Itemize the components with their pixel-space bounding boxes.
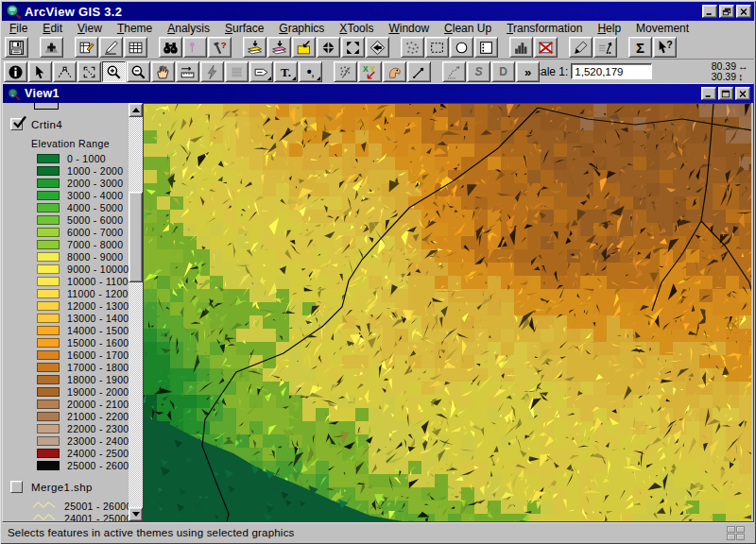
clear-selection-button[interactable]: [425, 37, 449, 58]
zoom-selected-button[interactable]: [292, 37, 316, 58]
map-canvas[interactable]: [143, 103, 751, 521]
pointer-button[interactable]: [28, 61, 52, 82]
zoom-out-extent-button[interactable]: [341, 37, 365, 58]
legend-class-row: 8000 - 9000: [37, 250, 123, 263]
spray-button[interactable]: [334, 61, 357, 82]
identify-icon: [8, 64, 24, 80]
letter-s-icon: S: [471, 64, 487, 80]
zoom-full-extent-button[interactable]: [243, 37, 266, 58]
menu-clean-up[interactable]: Clean Up: [437, 21, 499, 36]
zoom-active-theme-icon: [271, 40, 287, 56]
zoom-active-theme-button[interactable]: [267, 37, 291, 58]
menu-help[interactable]: Help: [590, 21, 628, 36]
curve-dots-button[interactable]: [442, 61, 466, 82]
menu-view[interactable]: View: [70, 21, 110, 36]
vertex-edit-button[interactable]: [53, 61, 77, 82]
menu-graphics[interactable]: Graphics: [271, 21, 332, 36]
view-maximize-button[interactable]: [718, 87, 733, 100]
zoom-in-tool-button[interactable]: [102, 61, 126, 82]
pan-icon: [155, 64, 171, 80]
open-table-icon: [128, 40, 144, 56]
status-bar: Selects features in active themes using …: [2, 522, 754, 542]
legend-swatch: [37, 228, 60, 237]
area-pattern-button[interactable]: [225, 61, 249, 82]
chevrons-button[interactable]: »: [516, 61, 540, 82]
histogram-button[interactable]: [509, 37, 533, 58]
legend-class-row: 22000 - 23000: [37, 422, 129, 434]
menu-window[interactable]: Window: [381, 21, 437, 36]
menu-xtools[interactable]: XTools: [332, 21, 381, 36]
lightning-button[interactable]: [200, 61, 224, 82]
frame-button[interactable]: [474, 37, 498, 58]
sigma-button[interactable]: Σ: [628, 37, 652, 58]
app-titlebar[interactable]: ArcView GIS 3.2: [2, 2, 754, 21]
brush-button[interactable]: [569, 37, 593, 58]
legend-class-row: 10000 - 11000: [37, 275, 129, 287]
label-button[interactable]: [249, 61, 273, 82]
hide-overview-button[interactable]: [534, 37, 558, 58]
legend-scrollbar[interactable]: [129, 103, 143, 521]
find-button[interactable]: [159, 37, 182, 58]
letter-d-button[interactable]: D: [491, 61, 515, 82]
identify-button[interactable]: [4, 61, 27, 82]
select-box-icon: [81, 64, 97, 80]
menu-theme[interactable]: Theme: [110, 21, 160, 36]
theme-checkbox[interactable]: [10, 481, 23, 493]
line-arrow-button[interactable]: [407, 61, 431, 82]
legend-class-row: 23000 - 24000: [37, 434, 129, 447]
previous-extent-button[interactable]: [366, 37, 389, 58]
legend-class-row: 20000 - 21000: [37, 398, 129, 410]
theme-properties-button[interactable]: [75, 37, 98, 58]
point-marker-button[interactable]: •,: [299, 61, 322, 82]
select-features-graphic-button[interactable]: [401, 37, 424, 58]
resize-grip-icon[interactable]: [727, 526, 745, 540]
text-button[interactable]: T.: [274, 61, 298, 82]
scrollbar-thumb[interactable]: [129, 192, 143, 282]
scroll-up-button[interactable]: [129, 103, 143, 117]
add-theme-button[interactable]: [40, 37, 63, 58]
zoom-out-tool-icon: [130, 64, 146, 80]
letter-s-button[interactable]: S: [467, 61, 490, 82]
legend-class-label: 11000 - 12000: [67, 288, 129, 299]
menu-edit[interactable]: Edit: [35, 21, 70, 36]
zoom-in-extent-button[interactable]: [317, 37, 340, 58]
legend-swatch: [37, 375, 60, 384]
select-box-button[interactable]: [77, 61, 101, 82]
legend-swatch: [37, 178, 60, 188]
menu-file[interactable]: File: [2, 21, 35, 36]
menu-analysis[interactable]: Analysis: [160, 21, 217, 36]
theme-checkbox[interactable]: [10, 118, 23, 130]
edit-legend-button[interactable]: [99, 37, 123, 58]
histogram-icon: [513, 40, 529, 56]
close-button[interactable]: [736, 5, 751, 18]
scale-input[interactable]: [571, 63, 652, 79]
xy-move-button[interactable]: XY: [358, 61, 382, 82]
open-table-button[interactable]: [124, 37, 147, 58]
scroll-down-button[interactable]: [129, 507, 143, 521]
query-builder-button[interactable]: ?: [208, 37, 232, 58]
dog-button[interactable]: [383, 61, 406, 82]
zoom-out-tool-button[interactable]: [127, 61, 150, 82]
save-button[interactable]: [5, 37, 28, 58]
draw-circle-button[interactable]: [450, 37, 473, 58]
pan-button[interactable]: [151, 61, 175, 82]
restore-button[interactable]: [719, 5, 734, 18]
view-titlebar[interactable]: View1: [3, 84, 753, 103]
hatch-button[interactable]: [593, 37, 617, 58]
legend-class-label: 25000 - 26000: [67, 460, 129, 471]
minimize-button[interactable]: [702, 5, 717, 18]
legend-swatch: [37, 387, 60, 397]
legend-class-label: 18000 - 19000: [67, 374, 129, 385]
close-icon: [738, 90, 747, 98]
view-minimize-button[interactable]: [701, 87, 716, 100]
measure-button[interactable]: [176, 61, 199, 82]
menu-transformation[interactable]: Transformation: [499, 21, 590, 36]
help-pointer-button[interactable]: ?: [653, 37, 677, 58]
menu-surface[interactable]: Surface: [217, 21, 271, 36]
legend-class-row: 7000 - 8000: [37, 238, 123, 250]
legend-swatch: [37, 326, 60, 335]
geocode-button[interactable]: [183, 37, 207, 58]
legend-class-row: 12000 - 13000: [37, 299, 129, 312]
menu-movement[interactable]: Movement: [628, 21, 696, 36]
view-close-button[interactable]: [735, 87, 750, 100]
